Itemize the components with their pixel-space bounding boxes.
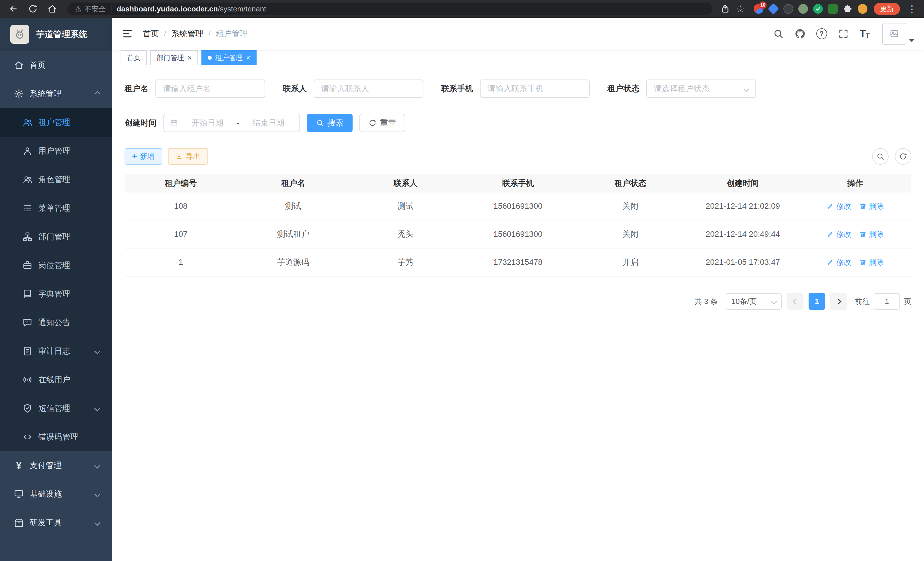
refresh-icon	[369, 119, 376, 127]
page-size-select[interactable]: 10条/页	[726, 293, 782, 310]
toggle-search-button[interactable]	[872, 148, 889, 165]
address-bar[interactable]: ⚠ 不安全 dashboard.yudao.iocoder.cn /system…	[68, 3, 712, 15]
delete-link[interactable]: 删除	[859, 201, 884, 211]
github-icon[interactable]	[795, 28, 806, 39]
browser-update-button[interactable]: 更新	[874, 3, 900, 15]
date-range-picker[interactable]: 开始日期 - 结束日期	[164, 114, 300, 132]
filter-tenant-name: 租户名	[124, 80, 265, 98]
edit-link[interactable]: 修改	[826, 201, 851, 211]
sidebar-item-label: 菜单管理	[38, 203, 70, 214]
user-avatar-menu[interactable]	[882, 23, 914, 45]
tab-home[interactable]: 首页	[121, 50, 147, 65]
extension-icon[interactable]	[783, 4, 793, 14]
next-page-button[interactable]	[830, 293, 847, 310]
tenant-name-input[interactable]	[155, 80, 265, 98]
sidebar-item-label: 字典管理	[38, 289, 70, 299]
page-number-button[interactable]: 1	[808, 293, 825, 310]
fullscreen-icon[interactable]	[838, 28, 849, 39]
delete-link[interactable]: 删除	[859, 257, 884, 267]
cell-created: 2021-12-14 20:49:44	[687, 220, 799, 248]
edit-link[interactable]: 修改	[826, 229, 851, 239]
help-icon[interactable]: ?	[816, 28, 827, 39]
field-label: 联系人	[283, 83, 307, 94]
sidebar-item-tenant[interactable]: 租户管理	[0, 108, 112, 137]
sidebar-collapse-icon[interactable]	[122, 28, 133, 39]
reset-button[interactable]: 重置	[359, 114, 405, 132]
sidebar-item-audit-log[interactable]: 审计日志	[0, 337, 112, 365]
sidebar-item-sms[interactable]: 短信管理	[0, 394, 112, 423]
extension-face	[768, 3, 779, 14]
add-button[interactable]: + 新增	[124, 148, 162, 165]
table-toolbar: + 新增 导出	[124, 148, 911, 165]
sidebar-item-menu[interactable]: 菜单管理	[0, 194, 112, 223]
security-warning-icon[interactable]: ⚠	[75, 5, 81, 14]
sidebar-item-payment[interactable]: ¥ 支付管理	[0, 451, 112, 480]
trash-icon	[859, 230, 867, 238]
export-button[interactable]: 导出	[168, 148, 208, 165]
message-icon	[22, 317, 33, 328]
extension-icon[interactable]	[798, 4, 808, 14]
sidebar-item-home[interactable]: 首页	[0, 51, 112, 80]
edit-link[interactable]: 修改	[826, 257, 851, 267]
sidebar-item-role[interactable]: 角色管理	[0, 165, 112, 194]
extensions-puzzle-icon[interactable]	[843, 4, 853, 14]
select-placeholder: 请选择租户状态	[654, 83, 710, 94]
sidebar-item-label: 角色管理	[38, 174, 70, 185]
browser-menu-icon[interactable]: ⋮	[906, 4, 918, 14]
profile-avatar-icon[interactable]	[858, 4, 867, 14]
filter-contact: 联系人	[283, 80, 423, 98]
contact-input[interactable]	[314, 80, 423, 98]
share-icon[interactable]	[720, 4, 730, 14]
reload-icon[interactable]	[28, 4, 38, 14]
sidebar-item-notice[interactable]: 通知公告	[0, 308, 112, 337]
sidebar-item-infra[interactable]: 基础设施	[0, 480, 112, 508]
sidebar-item-label: 基础设施	[30, 489, 62, 499]
sidebar-item-system[interactable]: 系统管理	[0, 80, 112, 108]
phone-input[interactable]	[480, 80, 590, 98]
refresh-table-button[interactable]	[895, 148, 911, 165]
broadcast-icon	[22, 375, 33, 385]
sidebar-item-dev-tools[interactable]: 研发工具	[0, 508, 112, 537]
home-icon[interactable]	[47, 4, 57, 14]
extension-icon[interactable]: 10	[754, 4, 764, 14]
cell-name: 测试租户	[237, 220, 349, 248]
sidebar-item-error-code[interactable]: 错误码管理	[0, 423, 112, 451]
sidebar-item-label: 错误码管理	[38, 432, 78, 442]
extension-face	[783, 4, 793, 14]
delete-link[interactable]: 删除	[859, 229, 884, 239]
breadcrumb-home[interactable]: 首页	[143, 28, 159, 39]
breadcrumb-system[interactable]: 系统管理	[171, 28, 203, 39]
close-icon[interactable]: ×	[188, 54, 192, 62]
back-icon[interactable]	[9, 4, 18, 14]
right-toolbar	[872, 148, 911, 165]
goto-page-input[interactable]	[874, 293, 900, 310]
status-select[interactable]: 请选择租户状态	[646, 80, 756, 98]
prev-page-button[interactable]	[787, 293, 803, 310]
sidebar-item-online-user[interactable]: 在线用户	[0, 365, 112, 394]
cell-status: 关闭	[574, 220, 687, 248]
sidebar-item-post[interactable]: 岗位管理	[0, 251, 112, 280]
check-icon	[815, 6, 821, 12]
roles-icon	[22, 174, 33, 185]
extension-icon[interactable]	[769, 4, 778, 14]
main-area: 首页 / 系统管理 / 租户管理 ?	[112, 18, 924, 561]
sidebar-item-user[interactable]: 用户管理	[0, 137, 112, 165]
tab-dept[interactable]: 部门管理 ×	[150, 50, 198, 65]
tab-tenant[interactable]: 租户管理 ×	[201, 50, 256, 65]
search-button[interactable]: 搜索	[307, 114, 352, 132]
tab-label: 首页	[127, 53, 141, 62]
app-logo[interactable]: 芋道管理系统	[0, 18, 112, 51]
pencil-icon	[826, 202, 834, 210]
font-size-icon[interactable]: TT	[860, 29, 870, 39]
refresh-icon	[899, 152, 907, 160]
home-icon	[14, 60, 24, 70]
sidebar-item-dict[interactable]: 字典管理	[0, 280, 112, 308]
bookmark-star-icon[interactable]: ☆	[736, 4, 745, 14]
extension-icon[interactable]	[813, 4, 823, 14]
search-icon	[876, 152, 884, 160]
close-icon[interactable]: ×	[246, 54, 250, 62]
cell-created: 2021-12-14 21:02:09	[687, 192, 799, 220]
search-icon[interactable]	[773, 28, 784, 39]
extension-icon[interactable]	[828, 4, 838, 14]
sidebar-item-dept[interactable]: 部门管理	[0, 223, 112, 251]
